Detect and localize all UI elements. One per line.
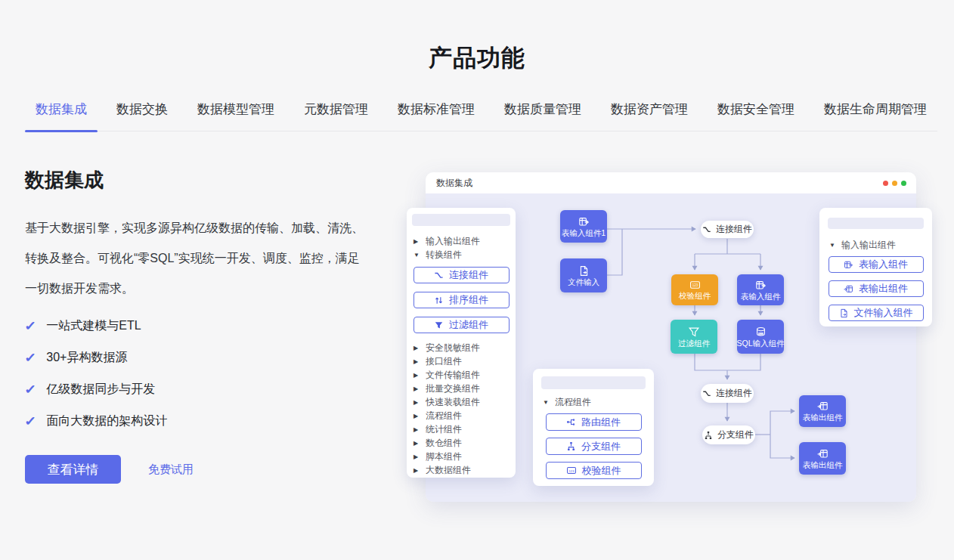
feature-heading: 数据集成 [25,167,367,193]
chevron-right-icon: ▶ [414,238,420,245]
component-search-input[interactable] [828,218,924,229]
group-batch-exchange[interactable]: ▶批量交换组件 [412,382,510,395]
process-buttons: 路由组件 分支组件 123 校验组件 [541,413,646,479]
list-item: ✓30+异构数据源 [25,342,367,373]
window-controls [883,181,906,186]
chevron-right-icon: ▶ [414,372,420,379]
tab-data-model-mgmt[interactable]: 数据模型管理 [187,101,285,131]
feature-description: 基于大数据引擎，实现多源异构亿级数据的传输、加载、清洗、转换及整合。可视化“零S… [25,213,367,304]
list-item: ✓面向大数据的架构设计 [25,405,367,437]
window-titlebar: 数据集成 [426,172,916,193]
group-data-warehouse[interactable]: ▶数仓组件 [412,436,510,450]
canvas-node-file-input[interactable]: 文件输入 [560,258,607,292]
component-search-input[interactable] [541,376,646,389]
validate-icon: 123 [689,280,701,290]
chevron-right-icon: ▶ [414,345,420,351]
branch-icon [704,431,713,440]
group-security-masking[interactable]: ▶安全脱敏组件 [412,341,510,354]
canvas-node-connector-top[interactable]: 连接组件 [701,221,754,238]
tab-metadata-mgmt[interactable]: 元数据管理 [293,101,379,131]
table-input-component-button[interactable]: 表输入组件 [829,256,924,273]
cta-row: 查看详情 免费试用 [25,455,367,484]
chevron-down-icon: ▼ [829,242,836,249]
minimize-window-icon[interactable] [892,181,897,186]
component-panel-mid: ▼ 流程组件 路由组件 分支组件 123 校验组件 [533,369,654,486]
connector-icon [434,271,444,280]
chevron-right-icon: ▶ [414,385,420,392]
group-input-output[interactable]: ▶ 输入输出组件 [412,234,510,248]
chevron-right-icon: ▶ [414,358,420,365]
chevron-right-icon: ▶ [414,453,420,460]
tab-data-security-mgmt[interactable]: 数据安全管理 [707,101,805,131]
group-file-transfer[interactable]: ▶文件传输组件 [412,368,510,382]
io-buttons: 表输入组件 表输出组件 文件输入组件 [828,256,924,321]
validate-component-button[interactable]: 123 校验组件 [546,462,642,479]
chevron-right-icon: ▶ [414,426,420,433]
feature-bullets: ✓一站式建模与ETL ✓30+异构数据源 ✓亿级数据同步与开发 ✓面向大数据的架… [25,310,367,437]
list-item: ✓一站式建模与ETL [25,310,367,342]
group-interface[interactable]: ▶接口组件 [412,354,510,368]
window-title: 数据集成 [436,177,472,190]
tab-data-quality-mgmt[interactable]: 数据质量管理 [494,101,592,131]
chevron-right-icon: ▶ [414,399,420,406]
svg-text:123: 123 [692,283,698,287]
view-details-button[interactable]: 查看详情 [25,455,121,484]
page-title: 产品功能 [0,42,954,74]
canvas-node-table-output-2[interactable]: 表输出组件 [799,442,846,475]
close-window-icon[interactable] [883,181,888,186]
svg-text:123: 123 [568,469,575,473]
tab-data-exchange[interactable]: 数据交换 [106,101,178,131]
filter-icon [688,326,700,338]
group-big-data[interactable]: ▶大数据组件 [412,463,510,477]
page: 产品功能 数据集成 数据交换 数据模型管理 元数据管理 数据标准管理 数据质量管… [0,0,954,560]
canvas-node-table-output-1[interactable]: 表输出组件 [799,395,846,427]
table-output-component-button[interactable]: 表输出组件 [829,280,924,297]
group-script[interactable]: ▶脚本组件 [412,450,510,463]
filter-icon [434,320,444,330]
file-input-icon [839,308,849,318]
chevron-down-icon: ▼ [543,399,550,406]
svg-text:SQL: SQL [758,332,763,335]
file-input-icon [578,265,590,277]
tab-data-asset-mgmt[interactable]: 数据资产管理 [600,101,698,131]
check-icon: ✓ [24,382,36,398]
check-icon: ✓ [24,413,36,429]
list-item: ✓亿级数据同步与开发 [25,373,367,405]
tab-data-lifecycle-mgmt[interactable]: 数据生命周期管理 [813,101,937,131]
free-trial-link[interactable]: 免费试用 [148,463,194,477]
tab-data-integration[interactable]: 数据集成 [25,101,98,131]
canvas-node-validate[interactable]: 123 校验组件 [671,274,718,305]
canvas-node-filter[interactable]: 过滤组件 [671,320,717,354]
canvas-node-sql-input[interactable]: SQL SQL输入组件 [737,320,784,354]
group-process[interactable]: ▶流程组件 [412,409,510,422]
table-output-icon [817,448,829,459]
group-statistics[interactable]: ▶统计组件 [412,422,510,436]
group-transform[interactable]: ▼ 转换组件 [412,248,510,261]
canvas-node-branch[interactable]: 分支组件 [702,425,755,444]
route-component-button[interactable]: 路由组件 [546,413,642,431]
feature-detail: 数据集成 基于大数据引擎，实现多源异构亿级数据的传输、加载、清洗、转换及整合。可… [25,167,367,484]
component-search-input[interactable] [412,214,510,226]
sort-component-button[interactable]: 排序组件 [414,292,510,308]
canvas-node-table-input-2[interactable]: 表输入组件 [737,274,784,305]
maximize-window-icon[interactable] [901,181,906,186]
sql-input-icon: SQL [755,326,767,338]
canvas-node-connector-bottom[interactable]: 连接组件 [701,384,754,403]
transform-buttons: 连接组件 排序组件 过滤组件 [412,267,510,333]
canvas-node-table-input-1[interactable]: 表输入组件1 [560,210,607,243]
check-icon: ✓ [24,350,36,366]
connector-component-button[interactable]: 连接组件 [414,267,510,283]
table-input-icon [578,216,590,227]
chevron-right-icon: ▶ [414,413,420,419]
chevron-right-icon: ▶ [414,440,420,447]
branch-component-button[interactable]: 分支组件 [546,438,642,455]
filter-component-button[interactable]: 过滤组件 [414,317,510,333]
connector-icon [702,389,711,398]
group-process-expanded[interactable]: ▼ 流程组件 [541,396,646,408]
file-input-component-button[interactable]: 文件输入组件 [829,305,924,321]
chevron-down-icon: ▼ [414,252,420,258]
group-input-output-expanded[interactable]: ▼ 输入输出组件 [828,239,924,251]
group-fast-load[interactable]: ▶快速装载组件 [412,395,510,409]
tab-data-standard-mgmt[interactable]: 数据标准管理 [387,101,485,131]
component-panel-right: ▼ 输入输出组件 表输入组件 表输出组件 文件输入组件 [819,208,932,326]
